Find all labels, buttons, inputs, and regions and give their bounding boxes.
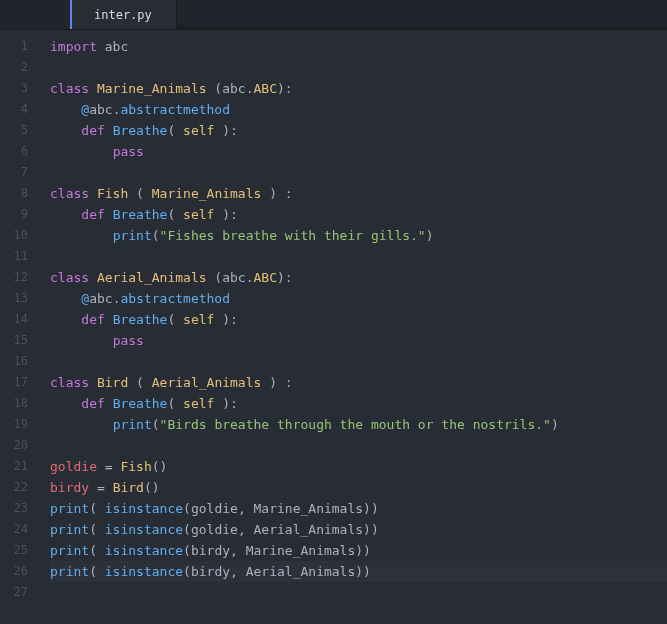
code-line: print( isinstance(birdy, Marine_Animals)… xyxy=(50,540,667,561)
builtin: isinstance xyxy=(105,543,183,558)
line-number: 12 xyxy=(0,267,40,288)
module: abc xyxy=(105,39,128,54)
code-line: def Breathe( self ): xyxy=(50,393,667,414)
builtin: print xyxy=(50,501,89,516)
class-name: Marine_Animals xyxy=(97,81,207,96)
line-number: 3 xyxy=(0,78,40,99)
code-line: class Bird ( Aerial_Animals ) : xyxy=(50,372,667,393)
line-number: 25 xyxy=(0,540,40,561)
keyword: class xyxy=(50,375,89,390)
variable: goldie xyxy=(50,459,97,474)
builtin: print xyxy=(113,228,152,243)
editor: 1234567891011121314151617181920212223242… xyxy=(0,30,667,624)
line-number: 18 xyxy=(0,393,40,414)
line-number: 16 xyxy=(0,351,40,372)
decorator-at: @ xyxy=(81,102,89,117)
line-number: 27 xyxy=(0,582,40,603)
tab-bar: inter.py xyxy=(0,0,667,30)
code-line: birdy = Bird() xyxy=(50,477,667,498)
line-number: 19 xyxy=(0,414,40,435)
keyword: def xyxy=(81,207,104,222)
line-number: 9 xyxy=(0,204,40,225)
code-line: import abc xyxy=(50,36,667,57)
code-line: @abc.abstractmethod xyxy=(50,99,667,120)
code-line: def Breathe( self ): xyxy=(50,204,667,225)
string: "Fishes breathe with their gills." xyxy=(160,228,426,243)
class-name: Bird xyxy=(97,375,128,390)
code-line: @abc.abstractmethod xyxy=(50,288,667,309)
variable: birdy xyxy=(50,480,89,495)
keyword: class xyxy=(50,270,89,285)
keyword: pass xyxy=(113,144,144,159)
code-line xyxy=(50,57,667,78)
builtin: print xyxy=(50,564,89,579)
tab-bar-remainder xyxy=(177,0,667,29)
builtin: isinstance xyxy=(105,564,183,579)
line-number: 4 xyxy=(0,99,40,120)
keyword: def xyxy=(81,396,104,411)
code-line xyxy=(50,582,667,603)
keyword: pass xyxy=(113,333,144,348)
code-line: pass xyxy=(50,330,667,351)
line-number: 23 xyxy=(0,498,40,519)
code-line: pass xyxy=(50,141,667,162)
keyword: import xyxy=(50,39,97,54)
code-line xyxy=(50,351,667,372)
code-line: print( isinstance(goldie, Marine_Animals… xyxy=(50,498,667,519)
decorator: abstractmethod xyxy=(120,291,230,306)
tab-filename: inter.py xyxy=(94,8,152,22)
keyword: class xyxy=(50,186,89,201)
line-number: 6 xyxy=(0,141,40,162)
code-line xyxy=(50,246,667,267)
builtin: print xyxy=(50,543,89,558)
method-name: Breathe xyxy=(113,312,168,327)
code-line: print( isinstance(birdy, Aerial_Animals)… xyxy=(50,561,667,582)
method-name: Breathe xyxy=(113,123,168,138)
code-line: goldie = Fish() xyxy=(50,456,667,477)
keyword: def xyxy=(81,123,104,138)
builtin: print xyxy=(50,522,89,537)
code-line xyxy=(50,435,667,456)
keyword: def xyxy=(81,312,104,327)
line-number: 5 xyxy=(0,120,40,141)
line-number: 2 xyxy=(0,57,40,78)
line-number: 11 xyxy=(0,246,40,267)
class-name: Fish xyxy=(97,186,128,201)
builtin: print xyxy=(113,417,152,432)
line-number: 20 xyxy=(0,435,40,456)
line-number: 8 xyxy=(0,183,40,204)
line-number: 15 xyxy=(0,330,40,351)
class-name: Aerial_Animals xyxy=(97,270,207,285)
line-number: 1 xyxy=(0,36,40,57)
string: "Birds breathe through the mouth or the … xyxy=(160,417,551,432)
code-line: def Breathe( self ): xyxy=(50,309,667,330)
method-name: Breathe xyxy=(113,207,168,222)
code-line: class Aerial_Animals (abc.ABC): xyxy=(50,267,667,288)
keyword: class xyxy=(50,81,89,96)
line-number: 21 xyxy=(0,456,40,477)
line-number: 22 xyxy=(0,477,40,498)
line-number: 7 xyxy=(0,162,40,183)
code-line: def Breathe( self ): xyxy=(50,120,667,141)
line-number: 14 xyxy=(0,309,40,330)
builtin: isinstance xyxy=(105,522,183,537)
code-line: print("Fishes breathe with their gills."… xyxy=(50,225,667,246)
line-number: 24 xyxy=(0,519,40,540)
code-line: print("Birds breathe through the mouth o… xyxy=(50,414,667,435)
line-number: 10 xyxy=(0,225,40,246)
code-line: print( isinstance(goldie, Aerial_Animals… xyxy=(50,519,667,540)
tab-bar-spacer xyxy=(0,0,70,29)
code-line: class Marine_Animals (abc.ABC): xyxy=(50,78,667,99)
builtin: isinstance xyxy=(105,501,183,516)
method-name: Breathe xyxy=(113,396,168,411)
editor-tab[interactable]: inter.py xyxy=(70,0,177,29)
line-number: 26 xyxy=(0,561,40,582)
code-line xyxy=(50,162,667,183)
line-number: 17 xyxy=(0,372,40,393)
decorator-at: @ xyxy=(81,291,89,306)
code-area[interactable]: import abc class Marine_Animals (abc.ABC… xyxy=(40,30,667,624)
decorator: abstractmethod xyxy=(120,102,230,117)
line-number: 13 xyxy=(0,288,40,309)
line-number-gutter: 1234567891011121314151617181920212223242… xyxy=(0,30,40,624)
code-line: class Fish ( Marine_Animals ) : xyxy=(50,183,667,204)
